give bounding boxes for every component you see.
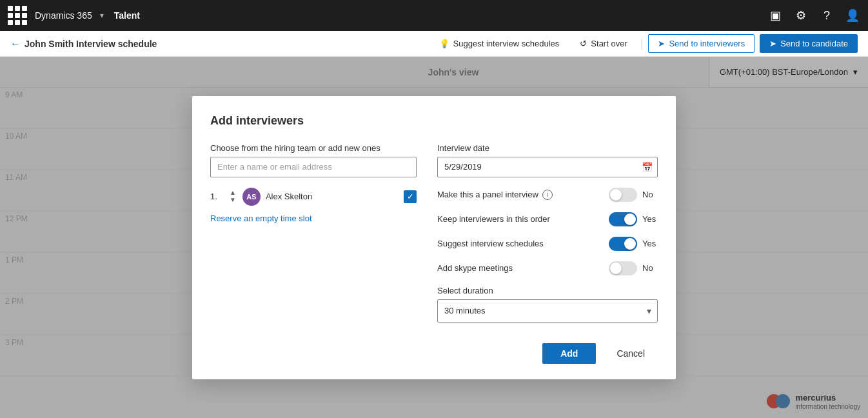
skype-toggle[interactable] [609, 261, 637, 275]
page-title: John Smith Interview schedule [25, 39, 157, 49]
suggest-toggle-control: Yes [609, 237, 658, 251]
add-button[interactable]: Add [542, 343, 596, 364]
panel-toggle-thumb [610, 189, 622, 201]
suggest-value: Yes [642, 239, 658, 248]
app-grid-icon[interactable] [8, 6, 27, 25]
interviewer-field-label: Choose from the hiring team or add new o… [210, 143, 417, 153]
calendar-icon[interactable]: 📅 [642, 162, 653, 172]
keep-order-value: Yes [642, 214, 658, 224]
move-down-button[interactable]: ▼ [228, 197, 237, 203]
reserve-empty-slot-link[interactable]: Reserve an empty time slot [210, 214, 312, 223]
checkmark-icon: ✓ [407, 192, 414, 201]
duration-select-wrap: 15 minutes 30 minutes 45 minutes 60 minu… [437, 299, 658, 323]
divider: | [640, 37, 644, 50]
send-candidate-label: Send to candidate [780, 39, 848, 48]
modal-right-panel: Interview date 📅 Make this a panel inter… [437, 143, 658, 323]
startover-icon: ↺ [580, 39, 587, 48]
chat-icon[interactable]: ▣ [767, 8, 783, 23]
keep-order-row: Keep interviewers in this order Yes [437, 212, 658, 226]
help-icon[interactable]: ? [819, 8, 834, 23]
order-buttons[interactable]: ▲ ▼ [228, 190, 237, 203]
send-icon: ➤ [658, 39, 665, 48]
panel-interview-label: Make this a panel interview i [437, 190, 609, 200]
action-bar: ← John Smith Interview schedule 💡 Sugges… [0, 31, 868, 57]
send-interviewers-label: Send to interviewers [669, 39, 745, 48]
interviewer-avatar: AS [242, 188, 261, 206]
interviewer-row: 1. ▲ ▼ AS Alex Skelton ✓ [210, 188, 417, 206]
panel-info-icon[interactable]: i [542, 190, 553, 200]
settings-icon[interactable]: ⚙ [793, 8, 809, 23]
interviewer-number: 1. [210, 192, 223, 201]
date-field-label: Interview date [437, 143, 658, 153]
suggest-label: Suggest interview schedules [453, 39, 560, 48]
keep-order-toggle-thumb [624, 214, 636, 225]
skype-row: Add skype meetings No [437, 261, 658, 275]
date-input-wrap: 📅 [437, 157, 658, 177]
keep-order-toggle-control: Yes [609, 212, 658, 226]
skype-label: Add skype meetings [437, 263, 609, 273]
skype-toggle-thumb [610, 263, 622, 274]
brand-chevron[interactable]: ▾ [100, 11, 104, 20]
interviewer-name: Alex Skelton [266, 192, 399, 201]
send-candidate-icon: ➤ [769, 39, 776, 48]
duration-select[interactable]: 15 minutes 30 minutes 45 minutes 60 minu… [437, 299, 658, 323]
interviewer-checkbox[interactable]: ✓ [404, 190, 417, 203]
bulb-icon: 💡 [439, 39, 449, 48]
duration-field-label: Select duration [437, 286, 658, 295]
add-interviewers-modal: Add interviewers Choose from the hiring … [192, 96, 676, 379]
send-interviewers-button[interactable]: ➤ Send to interviewers [648, 34, 755, 53]
app-label: Talent [114, 10, 140, 21]
keep-order-toggle[interactable] [609, 212, 637, 226]
user-icon[interactable]: 👤 [845, 8, 860, 23]
nav-icon-group: ▣ ⚙ ? 👤 [767, 8, 860, 23]
panel-toggle-value: No [642, 190, 658, 199]
panel-toggle-control: No [609, 188, 658, 202]
move-up-button[interactable]: ▲ [228, 190, 237, 196]
suggest-toggle[interactable] [609, 237, 637, 251]
brand-label: Dynamics 365 [35, 10, 92, 21]
suggest-schedules-label: Suggest interview schedules [437, 239, 609, 248]
modal-left-panel: Choose from the hiring team or add new o… [210, 143, 417, 323]
keep-order-label: Keep interviewers in this order [437, 214, 609, 224]
modal-title: Add interviewers [210, 114, 658, 128]
interviewer-search-input[interactable] [210, 157, 417, 177]
modal-body: Choose from the hiring team or add new o… [210, 143, 658, 323]
start-over-button[interactable]: ↺ Start over [572, 35, 635, 52]
suggest-schedules-button[interactable]: 💡 Suggest interview schedules [431, 35, 567, 52]
date-input[interactable] [437, 157, 658, 177]
startover-label: Start over [591, 39, 627, 48]
send-candidate-button[interactable]: ➤ Send to candidate [760, 34, 858, 53]
action-buttons: 💡 Suggest interview schedules ↺ Start ov… [431, 34, 858, 53]
modal-overlay: Add interviewers Choose from the hiring … [0, 57, 868, 418]
suggest-schedules-row: Suggest interview schedules Yes [437, 237, 658, 251]
panel-toggle[interactable] [609, 188, 637, 202]
back-button[interactable]: ← [10, 38, 21, 50]
modal-footer: Add Cancel [210, 343, 658, 364]
skype-value: No [642, 263, 658, 273]
suggest-toggle-thumb [624, 238, 636, 250]
top-navigation: Dynamics 365 ▾ Talent ▣ ⚙ ? 👤 [0, 0, 868, 31]
cancel-button[interactable]: Cancel [604, 343, 658, 364]
panel-interview-row: Make this a panel interview i No [437, 188, 658, 202]
main-area: John's view 9 AM 10 AM 11 AM 12 PM 1 PM … [0, 57, 868, 418]
skype-toggle-control: No [609, 261, 658, 275]
